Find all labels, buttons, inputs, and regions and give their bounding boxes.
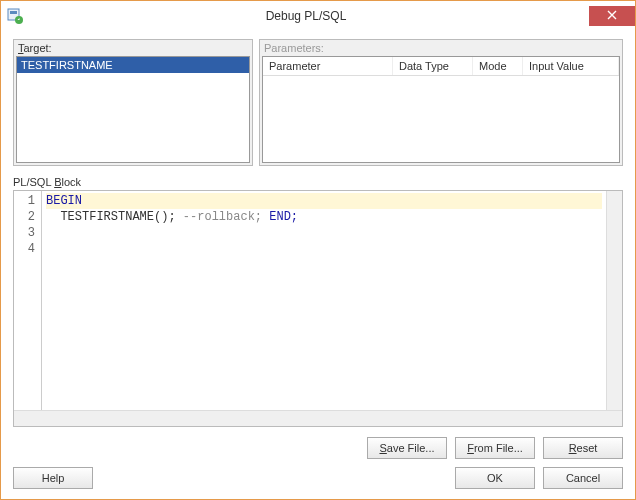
help-button[interactable]: Help: [13, 467, 93, 489]
from-file-button[interactable]: From File...: [455, 437, 535, 459]
reset-button[interactable]: Reset: [543, 437, 623, 459]
code-block-label: PL/SQL Block: [13, 176, 623, 188]
code-panel: 1 2 3 4 BEGIN TESTFIRSTNAME(); --rollbac…: [13, 190, 623, 427]
titlebar: Debug PL/SQL: [1, 1, 635, 31]
cancel-button[interactable]: Cancel: [543, 467, 623, 489]
code-editor[interactable]: 1 2 3 4 BEGIN TESTFIRSTNAME(); --rollbac…: [14, 191, 622, 410]
ok-button[interactable]: OK: [455, 467, 535, 489]
col-data-type[interactable]: Data Type: [393, 57, 473, 75]
app-icon: [7, 8, 23, 24]
file-button-row: Save File... From File... Reset: [13, 437, 623, 459]
parameters-table[interactable]: Parameter Data Type Mode Input Value: [262, 56, 620, 163]
close-button[interactable]: [589, 6, 635, 26]
dialog-button-row: Help OK Cancel: [13, 467, 623, 489]
horizontal-scrollbar[interactable]: [14, 410, 622, 426]
target-list-item[interactable]: TESTFIRSTNAME: [17, 57, 249, 73]
target-list[interactable]: TESTFIRSTNAME: [16, 56, 250, 163]
svg-rect-1: [10, 11, 17, 14]
parameters-panel: Parameters: Parameter Data Type Mode Inp…: [259, 39, 623, 166]
col-mode[interactable]: Mode: [473, 57, 523, 75]
close-icon: [607, 10, 617, 22]
code-text[interactable]: BEGIN TESTFIRSTNAME(); --rollback; END;: [42, 191, 606, 410]
col-input-value[interactable]: Input Value: [523, 57, 619, 75]
dialog-content: Target: TESTFIRSTNAME Parameters: Parame…: [1, 31, 635, 499]
parameters-label: Parameters:: [262, 42, 620, 56]
save-file-button[interactable]: Save File...: [367, 437, 447, 459]
window-title: Debug PL/SQL: [23, 9, 589, 23]
parameters-header: Parameter Data Type Mode Input Value: [263, 57, 619, 76]
col-parameter[interactable]: Parameter: [263, 57, 393, 75]
target-panel: Target: TESTFIRSTNAME: [13, 39, 253, 166]
line-gutter: 1 2 3 4: [14, 191, 42, 410]
target-label: Target:: [16, 42, 250, 56]
vertical-scrollbar[interactable]: [606, 191, 622, 410]
